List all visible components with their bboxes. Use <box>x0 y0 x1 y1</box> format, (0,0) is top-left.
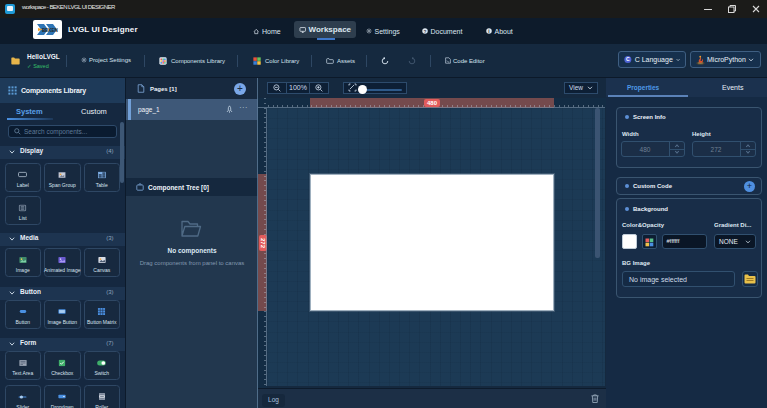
svg-text:?: ? <box>424 29 427 34</box>
svg-text:BEKEN: BEKEN <box>42 28 58 33</box>
svg-text:C: C <box>626 56 630 62</box>
svg-text:i: i <box>488 29 489 34</box>
